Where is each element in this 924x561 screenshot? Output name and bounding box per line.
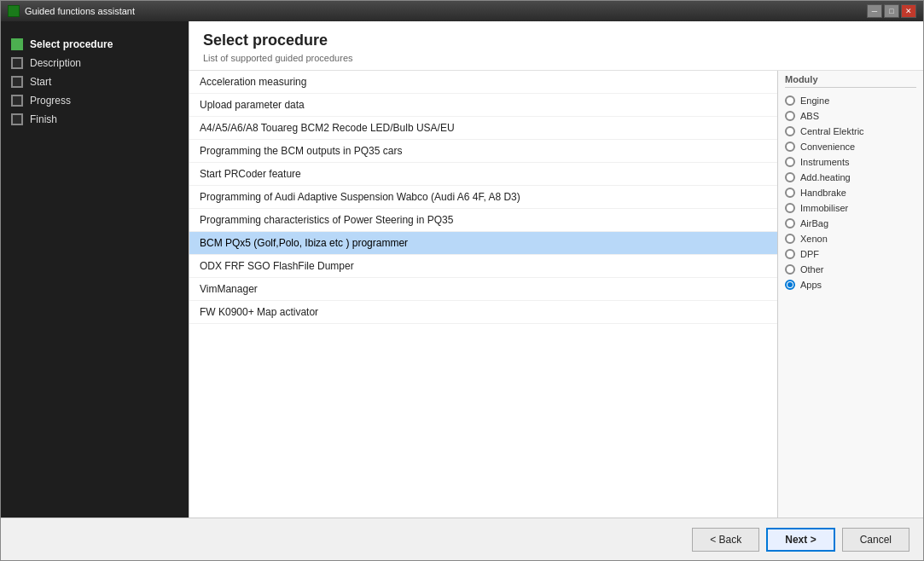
module-label-other: Other xyxy=(800,264,824,275)
module-item-airbag[interactable]: AirBag xyxy=(785,216,916,231)
procedure-item[interactable]: Programming characteristics of Power Ste… xyxy=(189,209,777,232)
procedure-item[interactable]: A4/A5/A6/A8 Touareg BCM2 Recode LED/Bulb… xyxy=(189,117,777,140)
titlebar-left: Guided functions assistant xyxy=(8,5,135,17)
modules-panel: Moduly EngineABSCentral ElektricConvenie… xyxy=(778,71,923,518)
module-label-airbag: AirBag xyxy=(800,218,828,228)
modules-title: Moduly xyxy=(785,74,916,88)
module-item-engine[interactable]: Engine xyxy=(785,93,916,108)
titlebar: Guided functions assistant ─ □ ✕ xyxy=(1,1,923,21)
module-label-convenience: Convenience xyxy=(800,142,855,152)
sidebar-step-select-procedure[interactable]: Select procedure xyxy=(11,35,178,54)
module-label-instruments: Instruments xyxy=(800,157,849,167)
step-label-description: Description xyxy=(30,57,81,69)
procedure-item[interactable]: Programming of Audi Adaptive Suspension … xyxy=(189,186,777,209)
back-button[interactable]: < Back xyxy=(692,528,759,552)
page-title: Select procedure xyxy=(203,32,909,49)
module-label-handbrake: Handbrake xyxy=(800,188,846,198)
module-item-apps[interactable]: Apps xyxy=(785,277,916,292)
window: Guided functions assistant ─ □ ✕ Select … xyxy=(0,0,924,561)
procedure-item[interactable]: ODX FRF SGO FlashFile Dumper xyxy=(189,255,777,278)
module-label-abs: ABS xyxy=(800,111,819,121)
procedure-item[interactable]: VimManager xyxy=(189,278,777,301)
radio-apps[interactable] xyxy=(785,280,795,290)
close-button[interactable]: ✕ xyxy=(901,4,916,18)
maximize-button[interactable]: □ xyxy=(884,4,899,18)
content: Select procedureDescriptionStartProgress… xyxy=(1,21,923,518)
sidebar-step-finish[interactable]: Finish xyxy=(11,110,178,129)
radio-handbrake[interactable] xyxy=(785,188,795,198)
main-body: Acceleration measuringUpload parameter d… xyxy=(189,71,923,518)
module-label-engine: Engine xyxy=(800,95,829,106)
radio-add-heating[interactable] xyxy=(785,172,795,182)
radio-convenience[interactable] xyxy=(785,142,795,152)
radio-airbag[interactable] xyxy=(785,218,795,228)
module-label-central-elektric: Central Elektric xyxy=(800,126,864,136)
module-label-add-heating: Add.heating xyxy=(800,172,851,182)
cancel-button[interactable]: Cancel xyxy=(842,528,909,552)
window-title: Guided functions assistant xyxy=(25,6,135,16)
procedure-item[interactable]: Start PRCoder feature xyxy=(189,163,777,186)
step-label-finish: Finish xyxy=(30,113,57,125)
procedure-list: Acceleration measuringUpload parameter d… xyxy=(189,71,778,518)
module-item-handbrake[interactable]: Handbrake xyxy=(785,185,916,200)
main-panel: Select procedure List of supported guide… xyxy=(189,21,923,518)
module-item-convenience[interactable]: Convenience xyxy=(785,139,916,154)
radio-instruments[interactable] xyxy=(785,157,795,167)
module-item-immobiliser[interactable]: Immobiliser xyxy=(785,200,916,216)
module-label-dpf: DPF xyxy=(800,249,819,259)
radio-dpf[interactable] xyxy=(785,249,795,259)
radio-immobiliser[interactable] xyxy=(785,203,795,213)
module-label-immobiliser: Immobiliser xyxy=(800,203,848,213)
procedure-item[interactable]: BCM PQx5 (Golf,Polo, Ibiza etc ) program… xyxy=(189,232,777,255)
main-header: Select procedure List of supported guide… xyxy=(189,21,923,71)
footer: < Back Next > Cancel xyxy=(1,518,923,560)
step-indicator-start xyxy=(11,76,23,88)
titlebar-controls: ─ □ ✕ xyxy=(867,4,916,18)
module-item-other[interactable]: Other xyxy=(785,262,916,277)
procedure-item[interactable]: Acceleration measuring xyxy=(189,71,777,94)
module-label-apps: Apps xyxy=(800,280,822,290)
radio-central-elektric[interactable] xyxy=(785,126,795,136)
step-indicator-progress xyxy=(11,95,23,107)
module-item-xenon[interactable]: Xenon xyxy=(785,231,916,246)
step-label-start: Start xyxy=(30,76,51,88)
module-item-dpf[interactable]: DPF xyxy=(785,246,916,262)
module-item-central-elektric[interactable]: Central Elektric xyxy=(785,124,916,139)
step-label-select-procedure: Select procedure xyxy=(30,38,113,50)
procedure-item[interactable]: Upload parameter data xyxy=(189,94,777,117)
radio-abs[interactable] xyxy=(785,111,795,121)
sidebar-step-progress[interactable]: Progress xyxy=(11,91,178,110)
procedure-item[interactable]: FW K0900+ Map activator xyxy=(189,301,777,324)
radio-engine[interactable] xyxy=(785,95,795,106)
minimize-button[interactable]: ─ xyxy=(867,4,882,18)
radio-other[interactable] xyxy=(785,264,795,275)
module-label-xenon: Xenon xyxy=(800,234,828,244)
module-item-abs[interactable]: ABS xyxy=(785,108,916,124)
module-item-instruments[interactable]: Instruments xyxy=(785,154,916,170)
next-button[interactable]: Next > xyxy=(766,528,834,552)
radio-xenon[interactable] xyxy=(785,234,795,244)
step-label-progress: Progress xyxy=(30,95,71,107)
page-subtitle: List of supported guided procedures xyxy=(203,53,909,63)
step-indicator-finish xyxy=(11,113,23,125)
procedure-item[interactable]: Programming the BCM outputs in PQ35 cars xyxy=(189,140,777,163)
step-indicator-select-procedure xyxy=(11,38,23,50)
sidebar: Select procedureDescriptionStartProgress… xyxy=(1,21,189,518)
sidebar-step-start[interactable]: Start xyxy=(11,72,178,91)
step-indicator-description xyxy=(11,57,23,69)
module-item-add-heating[interactable]: Add.heating xyxy=(785,170,916,185)
app-icon xyxy=(8,5,20,17)
sidebar-step-description[interactable]: Description xyxy=(11,54,178,72)
